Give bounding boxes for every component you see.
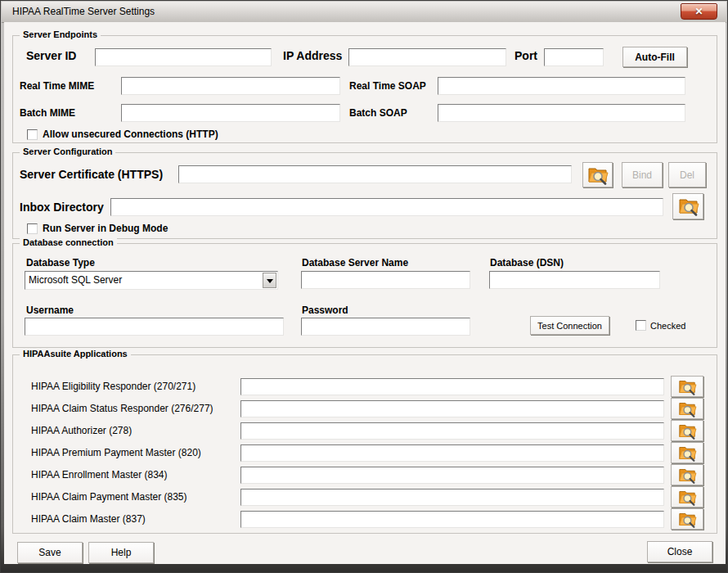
bind-button[interactable]: Bind [622,162,663,187]
app-browse-button-820[interactable] [671,442,703,463]
username-label: Username [26,305,74,316]
chevron-down-icon [267,279,273,283]
password-label: Password [302,305,348,316]
checked-checkbox[interactable] [636,320,646,331]
debug-mode-label: Run Server in Debug Mode [43,223,168,234]
batch-soap-input[interactable] [438,104,685,122]
help-button[interactable]: Help [88,542,154,563]
database-type-select[interactable]: Microsoft SQL Server [25,271,278,290]
app-row-label: HIPAA Premium Payment Master (820) [31,447,201,458]
checked-label: Checked [650,321,685,331]
app-row-label: HIPAA Eligibility Responder (270/271) [31,381,195,392]
app-row-label: HIPAA Claim Payment Master (835) [31,491,187,503]
app-browse-button-270-271[interactable] [671,376,703,397]
inbox-directory-input[interactable] [110,198,663,216]
app-row-label: HIPAA Enrollment Master (834) [31,469,168,481]
inbox-directory-label: Inbox Directory [20,201,104,214]
port-input[interactable] [544,48,604,66]
database-type-value: Microsoft SQL Server [29,274,122,286]
batch-mime-label: Batch MIME [20,107,75,119]
folder-search-icon [677,378,697,395]
group-server-endpoints: Server Endpoints Server ID IP Address Po… [12,35,717,143]
app-browse-button-834[interactable] [671,464,703,485]
batch-soap-label: Batch SOAP [349,107,407,119]
close-button[interactable]: Close [647,541,712,562]
close-icon: ✕ [694,6,703,17]
app-browse-button-278[interactable] [671,420,703,441]
folder-search-icon [677,422,697,440]
password-input[interactable] [301,318,470,336]
folder-search-icon [677,467,697,484]
inbox-browse-button[interactable] [672,193,703,219]
dialog-window: HIPAA RealTime Server Settings ✕ Server … [0,0,728,573]
title-bar[interactable]: HIPAA RealTime Server Settings ✕ [2,2,726,23]
group-title: Server Configuration [20,147,115,156]
app-browse-button-276-277[interactable] [671,398,703,419]
group-server-configuration: Server Configuration Server Certificate … [12,152,717,239]
save-button[interactable]: Save [17,542,83,563]
app-path-input-837[interactable] [240,511,664,528]
app-row-label: HIPAA Claim Master (837) [31,513,146,525]
dropdown-button[interactable] [263,273,276,288]
app-path-input-820[interactable] [240,444,664,462]
app-row-label: HIPAA Authorizer (278) [31,425,132,436]
database-server-name-input[interactable] [301,271,470,289]
server-id-label: Server ID [26,49,76,62]
database-dsn-input[interactable] [489,271,660,289]
server-id-input[interactable] [95,48,272,66]
app-path-input-276-277[interactable] [240,400,664,417]
ip-address-label: IP Address [283,49,342,62]
test-connection-button[interactable]: Test Connection [530,316,609,335]
database-type-label: Database Type [26,257,95,268]
auto-fill-button[interactable]: Auto-Fill [622,47,687,67]
realtime-soap-label: Real Time SOAP [349,80,426,92]
folder-search-icon [677,196,699,216]
database-dsn-label: Database (DSN) [490,257,564,268]
group-title: Server Endpoints [20,29,101,39]
group-hipaasuite-applications: HIPAAsuite Applications HIPAA Eligibilit… [12,354,717,534]
ip-address-input[interactable] [348,48,506,66]
del-button[interactable]: Del [668,162,706,187]
group-title: HIPAAsuite Applications [20,349,131,359]
database-server-name-label: Database Server Name [302,257,408,268]
app-row-label: HIPAA Claim Status Responder (276/277) [31,403,213,414]
batch-mime-input[interactable] [121,104,340,122]
window-close-button[interactable]: ✕ [681,3,717,20]
group-title: Database connection [20,237,117,247]
realtime-mime-label: Real Time MIME [20,80,94,92]
app-path-input-835[interactable] [240,489,664,506]
username-input[interactable] [25,318,284,336]
realtime-soap-input[interactable] [438,77,685,95]
app-path-input-278[interactable] [240,422,664,440]
certificate-browse-button[interactable] [582,162,613,187]
debug-mode-checkbox[interactable] [27,223,38,234]
group-database-connection: Database connection Database Type Micros… [12,243,717,348]
app-browse-button-835[interactable] [671,486,703,508]
app-browse-button-837[interactable] [671,508,703,530]
window-title: HIPAA RealTime Server Settings [12,6,155,17]
allow-http-checkbox[interactable] [27,129,38,140]
port-label: Port [515,49,537,62]
folder-search-icon [677,489,697,506]
folder-search-icon [677,511,697,528]
folder-search-icon [677,444,697,462]
folder-search-icon [586,165,609,185]
folder-search-icon [677,400,697,417]
realtime-mime-input[interactable] [121,77,340,95]
allow-http-label: Allow unsecured Connections (HTTP) [43,129,218,140]
app-path-input-270-271[interactable] [240,378,664,395]
server-certificate-input[interactable] [178,165,572,183]
dialog-client-area: Server Endpoints Server ID IP Address Po… [4,22,726,564]
app-path-input-834[interactable] [240,467,664,484]
server-certificate-label: Server Certificate (HTTPS) [20,168,163,181]
